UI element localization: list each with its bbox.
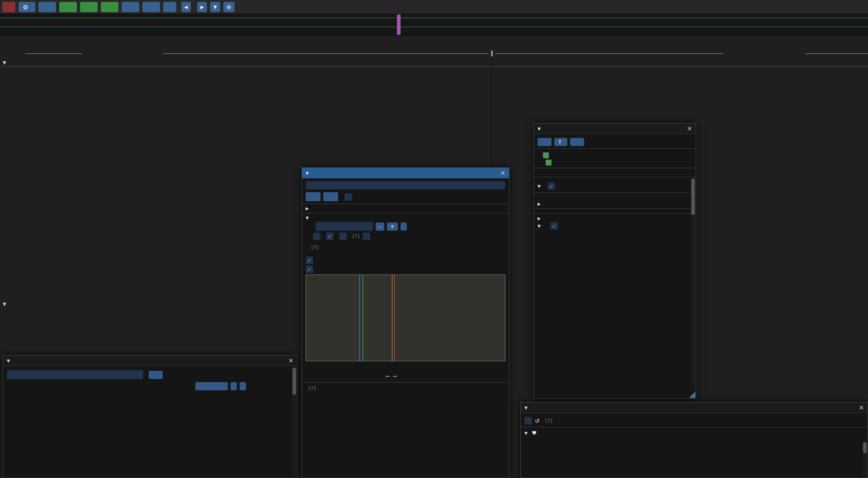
matched-source-locations[interactable]: ▶ bbox=[306, 206, 505, 211]
time-relative-checkbox[interactable]: ✓ bbox=[547, 182, 555, 190]
messages-button[interactable] bbox=[38, 2, 56, 12]
statistics-button[interactable] bbox=[80, 2, 98, 12]
fingerprint-icon bbox=[146, 4, 153, 10]
log-time-checkbox[interactable]: ✓ bbox=[326, 232, 334, 240]
tracy-profiler-window: ⚙ ◀ ▶ ▼ ⊕ ‖ ▼ bbox=[0, 0, 868, 478]
zone-statistics-button[interactable] bbox=[570, 138, 584, 146]
compare-button[interactable] bbox=[122, 2, 139, 12]
frame-separator: ‖ bbox=[491, 50, 493, 57]
sort-bars-icon bbox=[84, 4, 91, 10]
view-span bbox=[242, 4, 252, 10]
cpu-usage-graph bbox=[0, 68, 868, 80]
balance-scale-icon bbox=[126, 4, 132, 10]
frame-target-line-blue bbox=[0, 27, 868, 27]
tags-icon bbox=[42, 4, 49, 10]
memory-titlebar[interactable]: ▼✕ bbox=[521, 402, 868, 413]
allocations-list[interactable]: ▶ bbox=[538, 202, 692, 206]
clear-button[interactable] bbox=[323, 192, 338, 201]
log-values-checkbox[interactable] bbox=[313, 232, 321, 240]
ban-icon bbox=[327, 194, 332, 199]
eye-icon bbox=[242, 4, 249, 10]
find-button[interactable] bbox=[306, 192, 321, 201]
self-time-checkbox[interactable] bbox=[363, 232, 370, 240]
statistics-titlebar[interactable]: ▼✕ bbox=[3, 355, 297, 366]
statistics-panel: ▼✕ bbox=[3, 355, 297, 478]
filter-zones-input[interactable] bbox=[7, 370, 143, 379]
close-icon[interactable]: ✕ bbox=[288, 357, 293, 364]
find-zone-panel: ▼✕ ▶ ▼ - + ✓ (?) bbox=[302, 167, 509, 478]
sort-counts-button[interactable] bbox=[231, 382, 237, 390]
heartbeat-icon: ♥ bbox=[532, 430, 537, 436]
bin-minus-button[interactable]: - bbox=[376, 222, 384, 231]
group-average-marker bbox=[392, 275, 392, 361]
power-button[interactable] bbox=[2, 2, 15, 12]
thread-color-swatch bbox=[546, 160, 552, 166]
restrict-time-checkbox[interactable] bbox=[524, 417, 532, 425]
frames-overview-strip[interactable] bbox=[0, 14, 868, 35]
frame-dropdown-button[interactable]: ▼ bbox=[210, 2, 220, 12]
median-time-marker bbox=[359, 275, 360, 361]
tools-icon bbox=[166, 4, 173, 10]
goto-frame-button[interactable]: ⊕ bbox=[223, 2, 235, 12]
close-icon[interactable]: ✕ bbox=[500, 170, 505, 176]
next-frame-button[interactable]: ▶ bbox=[197, 2, 207, 12]
find-zone-titlebar[interactable]: ▼✕ bbox=[302, 168, 509, 179]
find-zone-search-input[interactable] bbox=[306, 181, 505, 189]
search-icon bbox=[63, 4, 70, 10]
database-icon bbox=[259, 4, 266, 10]
info-button[interactable] bbox=[142, 2, 160, 12]
bin-plus-button[interactable]: + bbox=[387, 222, 398, 231]
memory-button[interactable] bbox=[101, 2, 118, 12]
zone-info-titlebar[interactable]: ▼✕ bbox=[534, 123, 696, 134]
avg-median-checkbox[interactable]: ✓ bbox=[306, 256, 313, 264]
prev-frame-button[interactable]: ◀ bbox=[181, 2, 191, 12]
find-zone-button[interactable] bbox=[59, 2, 77, 12]
zone-info-panel: ▼✕ ↑ ▼✓ ▶ bbox=[533, 123, 696, 399]
reset-button[interactable] bbox=[401, 222, 407, 231]
main-toolbar: ⚙ ◀ ▶ ▼ ⊕ bbox=[0, 0, 868, 14]
ignore-case-checkbox[interactable] bbox=[344, 193, 352, 201]
memory-indicator bbox=[259, 4, 269, 10]
close-icon[interactable]: ✕ bbox=[859, 404, 864, 411]
time-ruler[interactable] bbox=[0, 35, 868, 50]
frame-bars bbox=[0, 15, 868, 35]
memory-icon bbox=[105, 4, 112, 10]
min-bin-input[interactable] bbox=[316, 222, 373, 231]
average-time-marker bbox=[394, 275, 395, 361]
options-button[interactable]: ⚙ bbox=[19, 2, 35, 12]
close-icon[interactable]: ✕ bbox=[687, 125, 692, 132]
group-median-marker bbox=[363, 275, 363, 361]
location-color-swatch bbox=[543, 152, 549, 158]
go-to-parent-button[interactable]: ↑ bbox=[554, 138, 567, 146]
zone-trace[interactable]: ▶ bbox=[538, 216, 692, 221]
frame-labels-row[interactable]: ‖ bbox=[0, 50, 868, 57]
tools-button[interactable] bbox=[163, 2, 176, 12]
find-zone-histogram[interactable] bbox=[306, 274, 505, 361]
axis-span: ← → bbox=[386, 373, 397, 379]
gear-icon: ⚙ bbox=[23, 4, 28, 11]
statistics-scrollbar[interactable] bbox=[292, 367, 297, 477]
history-icon: ↺ bbox=[535, 417, 539, 424]
child-zones-header[interactable]: ▼✓ bbox=[538, 222, 692, 230]
wait-regions-header[interactable]: ▼✓ bbox=[538, 182, 692, 190]
zoom-to-zone-button[interactable] bbox=[538, 138, 552, 146]
ban-icon bbox=[152, 372, 157, 378]
zone-info-scrollbar[interactable] bbox=[691, 178, 695, 385]
group-avg-median-checkbox[interactable]: ✓ bbox=[306, 265, 313, 273]
histogram-section[interactable]: ▼ bbox=[306, 216, 505, 220]
cpu-data-header[interactable]: ▼ bbox=[3, 59, 9, 66]
resize-grip[interactable] bbox=[689, 392, 695, 398]
search-icon bbox=[309, 194, 315, 199]
histogram-axis-ticks bbox=[306, 361, 505, 365]
sort-mtpc-button[interactable] bbox=[240, 382, 246, 390]
clear-filter-button[interactable] bbox=[149, 371, 163, 379]
power-icon bbox=[5, 4, 12, 10]
active-allocations-header[interactable]: ▼♥ bbox=[524, 430, 864, 436]
frame-selection-marker bbox=[397, 14, 401, 35]
cumulate-time-checkbox[interactable] bbox=[339, 232, 347, 240]
memory-scrollbar[interactable] bbox=[863, 441, 867, 477]
memory-panel: ▼✕ ↺(?) ▼♥ bbox=[520, 402, 868, 478]
group-children-checkbox[interactable]: ✓ bbox=[550, 222, 558, 230]
frame-target-line-green bbox=[0, 18, 868, 18]
sort-total-time-button[interactable] bbox=[195, 382, 228, 390]
